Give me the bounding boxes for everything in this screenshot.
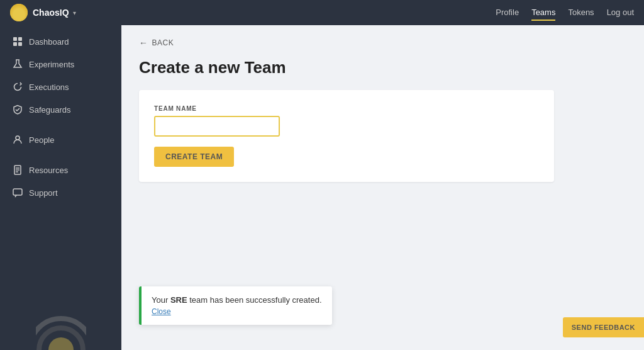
back-link[interactable]: ← BACK — [139, 38, 626, 48]
svg-rect-1 — [18, 37, 22, 41]
nav-tokens[interactable]: Tokens — [568, 5, 594, 21]
topnav-links: Profile Teams Tokens Log out — [496, 5, 634, 21]
nav-teams[interactable]: Teams — [531, 5, 555, 21]
nav-profile[interactable]: Profile — [496, 5, 519, 21]
app-logo[interactable] — [10, 4, 28, 21]
sidebar-label-experiments: Experiments — [29, 60, 74, 69]
team-name-label: TEAM NAME — [154, 105, 539, 112]
sidebar: Dashboard Experiments Executions — [0, 25, 121, 350]
svg-rect-3 — [18, 42, 22, 46]
brand-chevron[interactable]: ▾ — [73, 9, 76, 16]
sidebar-item-support[interactable]: Support — [0, 181, 121, 204]
notification-suffix: team has been successfully created. — [187, 295, 322, 305]
app-brand: ChaosIQ — [33, 8, 69, 18]
flask-icon — [13, 59, 23, 69]
create-team-form: TEAM NAME CREATE TEAM — [139, 90, 554, 182]
sidebar-item-safeguards[interactable]: Safeguards — [0, 98, 121, 121]
topnav: ChaosIQ ▾ Profile Teams Tokens Log out — [0, 0, 644, 25]
refresh-icon — [13, 82, 23, 92]
back-arrow-icon: ← — [139, 38, 148, 48]
person-icon — [13, 135, 23, 145]
sidebar-label-support: Support — [29, 188, 58, 198]
notification-close[interactable]: Close — [152, 307, 322, 316]
create-team-button[interactable]: CREATE TEAM — [154, 147, 234, 167]
layout: Dashboard Experiments Executions — [0, 25, 644, 350]
svg-rect-2 — [13, 42, 17, 46]
svg-rect-0 — [13, 37, 17, 41]
notification-team-name: SRE — [170, 295, 187, 305]
shield-icon — [13, 104, 23, 115]
svg-point-5 — [16, 136, 19, 140]
sidebar-label-executions: Executions — [29, 82, 69, 92]
notification-prefix: Your — [152, 295, 170, 305]
svg-rect-10 — [13, 189, 22, 195]
file-icon — [13, 165, 23, 175]
send-feedback-button[interactable]: SEND FEEDBACK — [563, 317, 644, 337]
notification-text: Your SRE team has been successfully crea… — [152, 295, 322, 305]
sidebar-item-people[interactable]: People — [0, 128, 121, 151]
sidebar-label-dashboard: Dashboard — [29, 37, 69, 47]
nav-logout[interactable]: Log out — [607, 5, 634, 21]
grid-icon — [13, 37, 23, 47]
back-label: BACK — [152, 38, 174, 47]
svg-point-13 — [48, 337, 74, 350]
sidebar-label-people: People — [29, 135, 54, 145]
sidebar-item-resources[interactable]: Resources — [0, 159, 121, 181]
sidebar-label-safeguards: Safeguards — [29, 105, 71, 115]
team-name-input[interactable] — [154, 116, 280, 137]
sidebar-label-resources: Resources — [29, 166, 68, 175]
sidebar-item-dashboard[interactable]: Dashboard — [0, 30, 121, 53]
success-notification: Your SRE team has been successfully crea… — [139, 286, 332, 325]
sidebar-item-executions[interactable]: Executions — [0, 76, 121, 98]
chat-icon — [13, 188, 23, 198]
sidebar-item-experiments[interactable]: Experiments — [0, 53, 121, 76]
page-title: Create a new Team — [139, 58, 626, 77]
main-content: ← BACK Create a new Team TEAM NAME CREAT… — [121, 25, 644, 350]
